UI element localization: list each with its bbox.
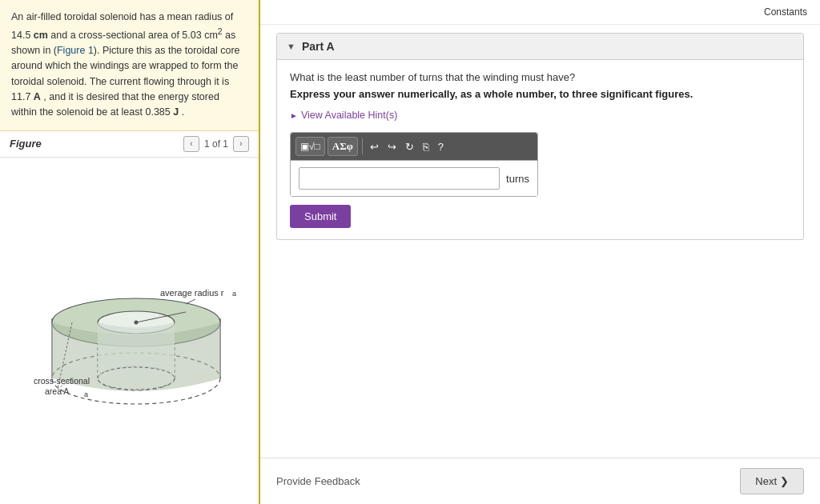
figure-canvas: average radius r a cross-sectional area …	[0, 158, 259, 504]
answer-area: ▣√□ ΑΣφ ↩ ↪ ↻ ⎘ ? turns	[290, 132, 538, 197]
svg-line-9	[186, 299, 195, 304]
part-a-body: What is the least number of turns that t…	[277, 60, 803, 239]
problem-description: An air-filled toroidal solenoid has a me…	[0, 0, 259, 131]
hint-link-label: View Available Hint(s)	[301, 110, 397, 121]
hint-triangle-icon: ►	[290, 111, 298, 120]
answer-toolbar: ▣√□ ΑΣφ ↩ ↪ ↻ ⎘ ?	[291, 133, 537, 161]
top-bar: Constants	[260, 0, 820, 25]
submit-button[interactable]: Submit	[290, 205, 351, 228]
main-content: ▼ Part A What is the least number of tur…	[260, 25, 820, 450]
figure-prev-button[interactable]: ‹	[183, 136, 199, 152]
figure-svg: average radius r a cross-sectional area …	[18, 246, 242, 414]
figure-page: 1 of 1	[204, 138, 228, 150]
footer-bar: Provide Feedback Next ❯	[260, 458, 820, 504]
keyboard-icon[interactable]: ⎘	[420, 139, 432, 154]
part-a-label: Part A	[302, 40, 335, 53]
right-panel: Constants ▼ Part A What is the least num…	[260, 0, 820, 504]
constants-link[interactable]: Constants	[764, 6, 807, 18]
undo-icon[interactable]: ↩	[367, 139, 382, 154]
figure-navigation: ‹ 1 of 1 ›	[183, 136, 249, 152]
instruction-text: Express your answer numerically, as a wh…	[290, 88, 790, 100]
next-button[interactable]: Next ❯	[740, 468, 804, 494]
toolbar-formula-button[interactable]: ΑΣφ	[328, 137, 358, 156]
hint-link[interactable]: ► View Available Hint(s)	[290, 110, 790, 121]
answer-input[interactable]	[299, 167, 500, 190]
next-chevron-icon: ❯	[780, 475, 789, 487]
svg-text:average radius r: average radius r	[160, 288, 224, 298]
figure-link[interactable]: Figure 1	[57, 45, 94, 56]
feedback-link[interactable]: Provide Feedback	[276, 475, 360, 487]
toolbar-separator	[362, 138, 363, 154]
figure-section: Figure ‹ 1 of 1 ›	[0, 131, 259, 504]
part-a-section: ▼ Part A What is the least number of tur…	[276, 33, 804, 240]
answer-input-row: turns	[291, 161, 537, 196]
svg-text:a: a	[232, 290, 236, 298]
problem-text-main: An air-filled toroidal solenoid has a me…	[11, 11, 240, 118]
help-icon[interactable]: ?	[435, 139, 447, 154]
question-text: What is the least number of turns that t…	[290, 71, 790, 83]
formula-icon: ΑΣφ	[332, 140, 353, 153]
refresh-icon[interactable]: ↻	[402, 139, 417, 154]
svg-text:a: a	[84, 390, 88, 398]
part-a-collapse-icon: ▼	[287, 42, 295, 51]
figure-header: Figure ‹ 1 of 1 ›	[0, 131, 259, 158]
figure-title: Figure	[10, 138, 42, 150]
toolbar-template-button[interactable]: ▣√□	[295, 137, 325, 156]
svg-text:area A: area A	[45, 386, 69, 396]
part-a-header[interactable]: ▼ Part A	[277, 34, 803, 60]
unit-label: turns	[506, 173, 529, 185]
left-panel: An air-filled toroidal solenoid has a me…	[0, 0, 260, 504]
template-icon: ▣	[300, 141, 309, 152]
figure-next-button[interactable]: ›	[233, 136, 249, 152]
next-label: Next	[755, 475, 777, 487]
redo-icon[interactable]: ↪	[384, 139, 400, 154]
svg-text:cross-sectional: cross-sectional	[34, 376, 90, 386]
